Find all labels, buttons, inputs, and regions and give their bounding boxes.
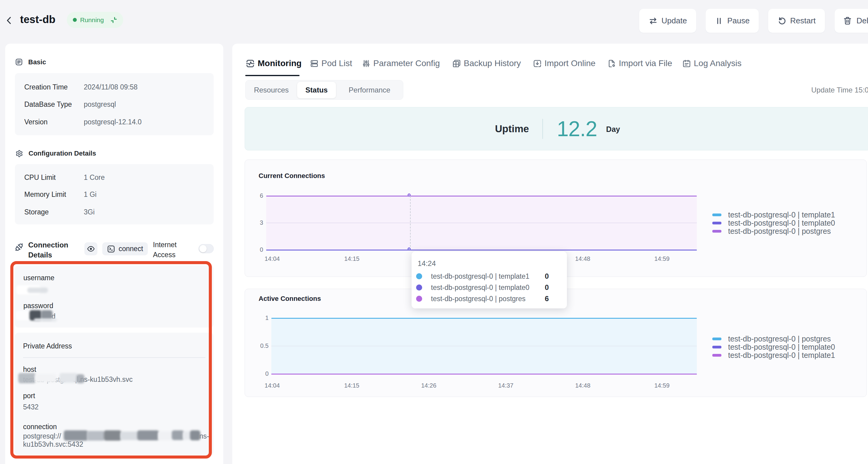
info-label: DataBase Type <box>24 100 84 108</box>
info-row: DataBase Typepostgresql <box>24 100 205 108</box>
redacted-connection <box>64 430 88 441</box>
pause-button[interactable]: Pause <box>706 9 759 33</box>
uptime-label: Uptime <box>495 123 529 135</box>
internet-access-toggle[interactable] <box>198 244 214 253</box>
legend-item[interactable]: test-db-postgresql-0 | template0 <box>712 343 835 351</box>
tab-monitoring[interactable]: Monitoring <box>246 59 302 68</box>
x-axis-label: 14:48 <box>575 383 590 389</box>
tab-label: Backup History <box>464 59 521 68</box>
update-button[interactable]: Update <box>639 9 696 33</box>
chart-plot-area <box>266 196 697 250</box>
legend-item[interactable]: test-db-postgresql-0 | template1 <box>712 352 835 359</box>
status-dot-icon <box>73 18 77 22</box>
subtab-status[interactable]: Status <box>297 82 336 98</box>
legend-swatch-icon <box>712 337 721 340</box>
subtab-resources[interactable]: Resources <box>246 80 297 99</box>
import-download-icon <box>533 59 542 68</box>
tab-label: Import Online <box>545 59 595 68</box>
legend-item[interactable]: test-db-postgresql-0 | postgres <box>712 227 831 235</box>
info-row: CPU Limit1 Core <box>24 173 205 181</box>
trash-icon <box>843 16 852 25</box>
series-line <box>266 250 697 251</box>
x-axis-label: 14:15 <box>344 383 359 389</box>
gridline <box>271 346 697 346</box>
tab-log-analysis[interactable]: Log Analysis <box>682 59 741 68</box>
page-title: test-db <box>20 13 56 26</box>
section-title-basic: Basic <box>28 58 46 66</box>
info-row: Storage3Gi <box>24 208 205 216</box>
subtab-performance[interactable]: Performance <box>336 80 403 99</box>
button-label: Delete <box>857 16 868 26</box>
divider <box>23 357 206 358</box>
show-password-button[interactable] <box>84 242 97 255</box>
tooltip-row: test-db-postgresql-0 | template10 <box>416 272 561 280</box>
basic-info-box: Creation Time2024/11/08 09:58 DataBase T… <box>15 73 214 135</box>
password-label: password <box>23 302 53 310</box>
info-value: postgresql <box>84 100 116 108</box>
backup-squares-icon <box>452 59 461 68</box>
connect-button[interactable]: connect <box>102 242 148 255</box>
tab-label: Pod List <box>321 59 352 68</box>
tab-parameter-config[interactable]: Parameter Config <box>362 59 440 68</box>
delete-button[interactable]: Delete <box>835 9 868 33</box>
legend-item[interactable]: test-db-postgresql-0 | postgres <box>712 335 831 343</box>
tab-import-via-file[interactable]: Import via File <box>607 59 672 68</box>
connection-value-line2: ku1b53vh.svc:5432 <box>23 440 83 449</box>
y-axis-label: 0.5 <box>250 343 269 349</box>
info-value: 2024/11/08 09:58 <box>84 83 137 91</box>
button-label: Update <box>662 16 687 26</box>
connection-value-line1-suffix: ns- <box>199 432 209 440</box>
toggle-knob <box>199 245 207 252</box>
back-icon[interactable] <box>5 16 13 25</box>
pod-status-icon[interactable] <box>110 16 118 24</box>
info-value: 3Gi <box>84 208 95 216</box>
tab-label: Parameter Config <box>373 59 440 68</box>
tab-label: Log Analysis <box>694 59 741 68</box>
legend-swatch-icon <box>712 230 721 233</box>
monitor-pulse-icon <box>246 59 255 68</box>
monitoring-subtabs: Resources Status Performance <box>245 80 403 100</box>
server-rack-icon <box>310 59 319 68</box>
restart-button[interactable]: Restart <box>768 9 825 33</box>
tooltip-series-name: test-db-postgresql-0 | template0 <box>431 284 529 292</box>
y-axis-label: 0 <box>250 371 269 377</box>
tab-label: Monitoring <box>258 59 302 68</box>
x-axis-label: 14:59 <box>654 383 670 389</box>
legend-item[interactable]: test-db-postgresql-0 | template0 <box>712 219 835 227</box>
legend-label: test-db-postgresql-0 | template0 <box>728 219 835 227</box>
tooltip-series-value: 6 <box>545 295 549 303</box>
info-label: Storage <box>24 208 84 216</box>
divider <box>542 119 543 139</box>
x-axis-label: 14:59 <box>654 256 670 262</box>
redacted-host <box>18 373 36 383</box>
info-row: Memory Limit1 Gi <box>24 191 205 199</box>
series-line <box>271 374 697 374</box>
subtab-label: Status <box>305 86 328 94</box>
port-label: port <box>23 392 35 400</box>
sliders-icon <box>362 59 371 68</box>
subtab-label: Performance <box>349 86 390 94</box>
tooltip-series-value: 0 <box>545 272 549 280</box>
file-gear-icon <box>607 59 616 68</box>
section-title-connection-line2: Details <box>28 251 52 259</box>
info-label: CPU Limit <box>24 173 84 181</box>
chart-title: Current Connections <box>258 172 325 180</box>
tab-import-online[interactable]: Import Online <box>533 59 595 68</box>
info-value: postgresql-12.14.0 <box>84 118 142 126</box>
pause-icon <box>715 17 723 25</box>
update-time-label: Update Time 15:05 <box>811 86 868 94</box>
redacted-connection <box>120 432 139 440</box>
legend-label: test-db-postgresql-0 | postgres <box>728 335 831 343</box>
legend-swatch-icon <box>712 354 721 357</box>
legend-label: test-db-postgresql-0 | template1 <box>728 211 835 219</box>
tab-pod-list[interactable]: Pod List <box>310 59 352 68</box>
connect-button-label: connect <box>119 245 143 253</box>
redacted-host <box>76 374 84 383</box>
tab-backup-history[interactable]: Backup History <box>452 59 521 68</box>
update-arrows-icon <box>649 16 658 26</box>
legend-item[interactable]: test-db-postgresql-0 | template1 <box>712 211 835 219</box>
y-axis-label: 6 <box>245 193 263 199</box>
info-row: Creation Time2024/11/08 09:58 <box>24 83 205 91</box>
tooltip-series-name: test-db-postgresql-0 | template1 <box>431 272 529 280</box>
uptime-unit: Day <box>606 125 620 134</box>
